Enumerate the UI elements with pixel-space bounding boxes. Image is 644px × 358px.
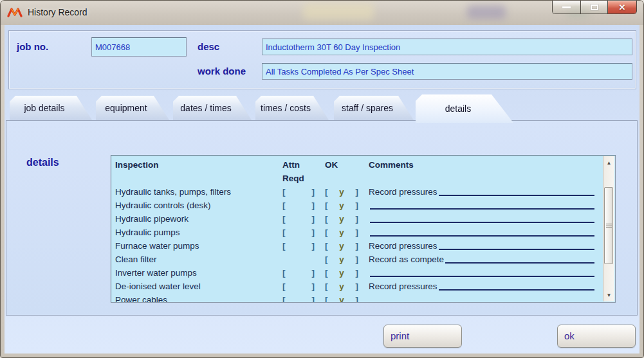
row-comment	[369, 212, 598, 226]
minimize-icon	[562, 6, 571, 8]
row-ok-checkbox: [y]	[325, 226, 358, 239]
row-attn-checkbox: []	[282, 212, 315, 226]
tab-equipment[interactable]: equipment	[96, 96, 169, 120]
header-inspection: Inspection	[115, 158, 282, 172]
row-item-name: Furnace water pumps	[115, 239, 282, 253]
row-attn-checkbox: []	[282, 293, 315, 303]
row-comment	[369, 293, 598, 303]
comment-underline	[370, 222, 594, 223]
inspection-row: Power cables [] [y]	[115, 293, 615, 303]
row-ok-checkbox: [y]	[325, 253, 358, 266]
header-reqd: Reqd	[282, 172, 315, 185]
list-header-row-2: Reqd	[115, 172, 615, 185]
comment-underline	[445, 262, 594, 264]
row-item-name: Clean filter	[115, 253, 282, 266]
comment-underline	[439, 195, 594, 196]
row-item-name: De-ionised water level	[115, 280, 282, 293]
row-attn-checkbox: []	[282, 280, 315, 293]
tab-job-details[interactable]: job details	[10, 96, 92, 120]
row-comment	[369, 266, 598, 280]
tab-details[interactable]: details	[416, 94, 513, 123]
inspection-row: Hydraulic controls (desk) [] [y]	[115, 199, 615, 212]
row-item-name: Hydraulic pumps	[115, 226, 282, 239]
client-area: job no. desc work done job details equip…	[5, 25, 639, 354]
row-attn-checkbox: []	[282, 226, 315, 239]
row-ok-checkbox: [y]	[325, 212, 358, 226]
window-controls: ✕	[552, 1, 637, 14]
tab-staff-spares[interactable]: staff / spares	[334, 96, 414, 120]
inspection-row: Furnace water pumps [] [y] Record pressu…	[115, 239, 615, 253]
desc-field[interactable]	[262, 39, 632, 55]
inspection-row: Clean filter [y] Record as compete	[115, 253, 615, 266]
scroll-up-icon[interactable]: ▲	[603, 157, 614, 168]
minimize-button[interactable]	[552, 1, 580, 14]
maximize-button[interactable]	[580, 1, 607, 14]
titlebar[interactable]: History Record ✕	[1, 1, 643, 25]
window-title: History Record	[28, 7, 87, 17]
row-attn-checkbox: []	[282, 239, 315, 253]
tab-dates-times[interactable]: dates / times	[173, 96, 252, 120]
comment-underline	[370, 208, 594, 210]
row-item-name: Hydraulic controls (desk)	[115, 199, 282, 212]
ok-button[interactable]: ok	[557, 325, 636, 348]
row-ok-checkbox: [y]	[325, 266, 358, 280]
close-icon: ✕	[619, 3, 626, 12]
list-rows: Hydraulic tanks, pumps, filters [] [y] R…	[115, 185, 615, 303]
inspection-list[interactable]: Inspection Attn OK Comments Reqd Hydraul…	[111, 155, 616, 303]
details-panel: details Inspection Attn OK Comments Reqd…	[6, 120, 638, 316]
header-attn: Attn	[282, 158, 315, 172]
titlebar-glass-reflection	[467, 5, 506, 19]
work-done-label: work done	[198, 66, 246, 76]
header-comments: Comments	[369, 158, 598, 172]
row-ok-checkbox: [y]	[325, 199, 358, 212]
list-header-row-1: Inspection Attn OK Comments	[115, 158, 615, 172]
work-done-field[interactable]	[262, 63, 632, 80]
row-comment	[369, 226, 598, 239]
row-attn-checkbox: []	[282, 266, 315, 280]
desc-label: desc	[198, 41, 219, 52]
row-ok-checkbox: [y]	[325, 185, 358, 199]
row-attn-checkbox: []	[282, 185, 315, 199]
maximize-icon	[591, 4, 598, 10]
row-ok-checkbox: [y]	[325, 280, 358, 293]
row-item-name: Hydraulic tanks, pumps, filters	[115, 185, 282, 199]
titlebar-glass-reflection	[303, 3, 374, 20]
scrollbar[interactable]: ▲ ▼	[603, 156, 614, 301]
scrollbar-thumb[interactable]	[604, 187, 613, 264]
scroll-down-icon[interactable]: ▼	[603, 290, 614, 300]
details-label: details	[26, 157, 59, 168]
app-logo-icon	[7, 6, 24, 19]
inspection-row: Hydraulic tanks, pumps, filters [] [y] R…	[115, 185, 615, 199]
inspection-row: Hydraulic pipework [] [y]	[115, 212, 615, 226]
inspection-row: Hydraulic pumps [] [y]	[115, 226, 615, 239]
comment-underline	[370, 276, 594, 277]
inspection-row: Inverter water pumps [] [y]	[115, 266, 615, 280]
row-attn-checkbox	[282, 253, 315, 266]
close-button[interactable]: ✕	[607, 1, 637, 14]
row-attn-checkbox: []	[282, 199, 315, 212]
row-item-name: Power cables	[115, 293, 282, 303]
row-comment: Record pressures	[369, 185, 598, 199]
job-header-form: job no. desc work done	[8, 30, 636, 89]
row-comment: Record as compete	[369, 253, 598, 266]
comment-underline	[439, 249, 594, 250]
header-ok: OK	[325, 158, 358, 172]
row-comment	[369, 199, 598, 212]
row-item-name: Inverter water pumps	[115, 266, 282, 280]
job-no-field[interactable]	[91, 37, 187, 57]
job-no-label: job no.	[17, 41, 48, 52]
row-ok-checkbox: [y]	[325, 239, 358, 253]
print-button[interactable]: print	[383, 325, 462, 348]
row-comment: Record pressures	[369, 280, 598, 293]
comment-underline	[370, 235, 594, 237]
thumb-grip-icon	[606, 224, 612, 228]
row-ok-checkbox: [y]	[325, 293, 358, 303]
row-comment: Record pressures	[369, 239, 598, 253]
tab-times-costs[interactable]: times / costs	[255, 96, 329, 120]
comment-underline	[439, 289, 594, 291]
inspection-row: De-ionised water level [] [y] Record pre…	[115, 280, 615, 293]
row-item-name: Hydraulic pipework	[115, 212, 282, 226]
history-record-window: History Record ✕ job no. desc work done …	[0, 0, 644, 358]
